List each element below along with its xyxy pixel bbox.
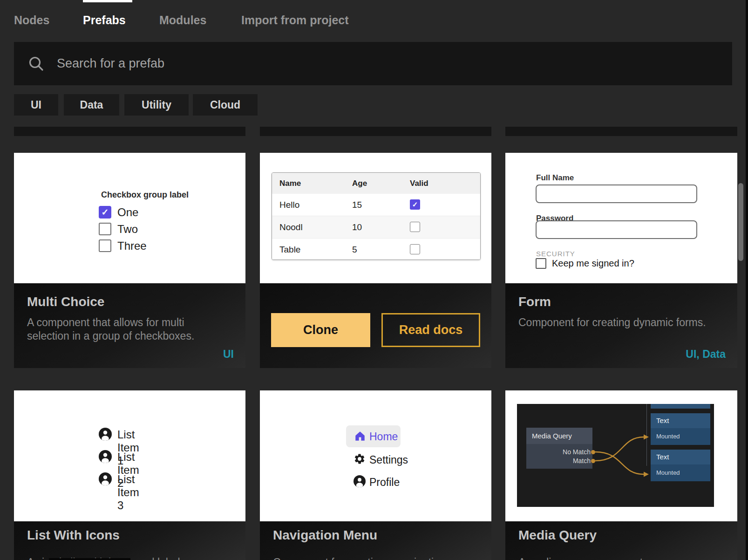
checkbox-label: One	[117, 206, 138, 219]
card-description: Component for creating dynamic forms.	[518, 316, 720, 329]
filter-chip-cloud[interactable]: Cloud	[193, 94, 258, 116]
prefab-card-table[interactable]: Name Age Valid Hello 15 ✓ Noodl 10 Table…	[260, 153, 491, 368]
column-header-age: Age	[352, 173, 367, 194]
cell-name: Noodl	[279, 216, 303, 238]
clipped-card-bottom	[505, 127, 737, 136]
checkbox-label: Two	[117, 223, 138, 236]
bottom-edge-artifact	[49, 558, 130, 560]
cell-name: Hello	[279, 194, 299, 216]
person-icon	[354, 475, 366, 487]
cell-name: Table	[279, 239, 300, 260]
tab-modules[interactable]: Modules	[159, 14, 206, 27]
filter-chip-utility[interactable]: Utility	[124, 94, 189, 116]
home-icon	[354, 430, 366, 442]
card-footer: Media Query A media query component.	[505, 521, 737, 560]
vertical-scrollbar-thumb[interactable]	[738, 183, 743, 261]
filter-chip-data[interactable]: Data	[64, 94, 119, 116]
checkbox-unchecked	[99, 239, 111, 252]
cell-checkbox-unchecked	[410, 222, 420, 232]
card-title: List With Icons	[27, 528, 120, 543]
column-header-name: Name	[279, 173, 301, 194]
panel-right-edge	[746, 0, 748, 560]
clipped-card-bottom	[14, 127, 245, 136]
card-footer: Multi Choice A component that allows for…	[14, 283, 245, 368]
cell-age: 5	[352, 239, 357, 260]
cell-age: 10	[352, 216, 362, 238]
card-footer: Navigation Menu Component for creating a…	[260, 521, 491, 560]
active-tab-indicator	[83, 0, 132, 2]
tab-import-from-project[interactable]: Import from project	[241, 14, 349, 27]
table-preview: Name Age Valid Hello 15 ✓ Noodl 10 Table…	[260, 153, 491, 283]
table-header-row: Name Age Valid	[272, 173, 480, 194]
card-tags: UI, Data	[686, 348, 726, 361]
preview-table: Name Age Valid Hello 15 ✓ Noodl 10 Table…	[272, 172, 481, 260]
keep-signed-in-checkbox	[536, 258, 546, 269]
table-row: Table 5	[272, 239, 480, 260]
person-icon	[99, 450, 112, 463]
card-title: Form	[518, 294, 551, 309]
card-description: A component that allows for multi select…	[27, 316, 228, 343]
person-icon	[99, 472, 112, 485]
filter-chip-ui[interactable]: UI	[14, 94, 58, 116]
security-section-label: SECURITY	[536, 250, 575, 258]
prefab-card-multi-choice[interactable]: Checkbox group label ✓ One Two Three Mul…	[14, 153, 245, 368]
media-query-preview: Text Mounted Text Mounted Media Query No…	[505, 390, 737, 521]
tab-nodes[interactable]: Nodes	[14, 14, 49, 27]
checkbox-label: Three	[117, 239, 147, 253]
tab-prefabs[interactable]: Prefabs	[83, 14, 126, 27]
keep-signed-in-label: Keep me signed in?	[552, 258, 634, 269]
card-title: Multi Choice	[27, 294, 104, 309]
search-placeholder: Search for a prefab	[57, 56, 164, 71]
checkbox-checked: ✓	[99, 206, 111, 219]
table-row: Noodl 10	[272, 216, 480, 239]
prefab-card-media-query[interactable]: Text Mounted Text Mounted Media Query No…	[505, 390, 737, 560]
card-footer: List With Icons A simple list with icons…	[14, 521, 245, 560]
nav-item-settings: Settings	[369, 454, 408, 466]
card-title: Navigation Menu	[273, 528, 377, 543]
list-with-icons-preview: List Item 1 List Item 2 List Item 3	[14, 390, 245, 521]
search-input[interactable]: Search for a prefab	[14, 42, 732, 85]
gear-icon	[354, 453, 366, 465]
node-graph-canvas: Text Mounted Text Mounted Media Query No…	[517, 404, 714, 507]
cell-checkbox-checked: ✓	[410, 199, 420, 210]
full-name-label: Full Name	[536, 173, 574, 183]
prefab-card-navigation-menu[interactable]: Home Settings Profile Navigation Menu Co…	[260, 390, 491, 560]
password-input	[536, 220, 697, 239]
prefab-card-list-with-icons[interactable]: List Item 1 List Item 2 List Item 3 List…	[14, 390, 245, 560]
nav-item-profile: Profile	[369, 476, 400, 489]
card-footer: Form Component for creating dynamic form…	[505, 283, 737, 368]
person-icon	[99, 428, 112, 441]
multi-choice-preview: Checkbox group label ✓ One Two Three	[14, 153, 245, 283]
full-name-input	[536, 184, 697, 203]
card-title: Media Query	[518, 528, 597, 543]
checkbox-unchecked	[99, 223, 111, 235]
table-row: Hello 15 ✓	[272, 194, 480, 216]
prefab-browser-panel: Nodes Prefabs Modules Import from projec…	[0, 0, 748, 560]
connection-wires	[517, 404, 714, 507]
prefab-card-form[interactable]: Full Name Password SECURITY Keep me sign…	[505, 153, 737, 368]
card-footer-hover: Clone Read docs	[260, 283, 491, 368]
card-description: Component for creating a navigation menu…	[273, 556, 474, 560]
card-description: A media query component.	[518, 556, 720, 560]
list-item-label: List Item 3	[117, 473, 139, 512]
navigation-menu-preview: Home Settings Profile	[260, 390, 491, 521]
nav-item-home: Home	[369, 430, 398, 443]
form-preview: Full Name Password SECURITY Keep me sign…	[505, 153, 737, 283]
cell-age: 15	[352, 194, 362, 216]
clone-button[interactable]: Clone	[271, 313, 370, 347]
column-header-valid: Valid	[410, 173, 428, 194]
checkbox-group-label: Checkbox group label	[101, 190, 189, 200]
read-docs-button[interactable]: Read docs	[381, 313, 480, 347]
cell-checkbox-unchecked	[410, 244, 420, 254]
card-tags: UI	[223, 348, 234, 361]
search-icon	[28, 55, 45, 72]
clipped-card-bottom	[260, 127, 491, 136]
